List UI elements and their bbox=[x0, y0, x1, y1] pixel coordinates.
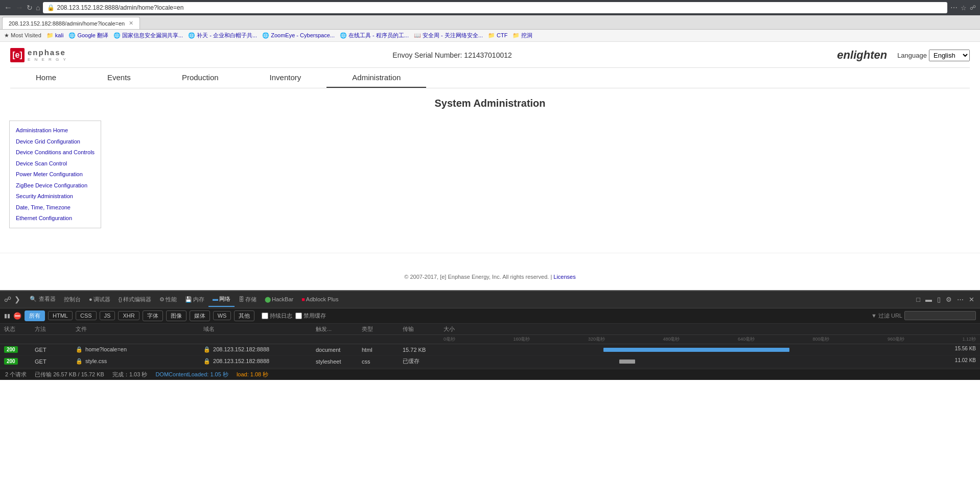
request-domain: 🔒 208.123.152.182:8888 bbox=[203, 346, 316, 353]
sidebar-link-device-conditions[interactable]: Device Conditions and Controls bbox=[16, 148, 95, 157]
devtools-tab-debugger[interactable]: ● 调试器 bbox=[85, 293, 114, 306]
sidebar-link-device-scan[interactable]: Device Scan Control bbox=[16, 159, 95, 168]
request-trigger: document bbox=[316, 347, 362, 353]
devtools-pause-icon[interactable]: ▮▮ bbox=[4, 313, 10, 319]
col-type: 类型 bbox=[362, 325, 403, 333]
devtools-console-icon[interactable]: ❯ bbox=[14, 295, 20, 303]
tab-title: 208.123.152.182:8888/admin/home?locale=e… bbox=[9, 20, 125, 27]
table-row[interactable]: 200 GET 🔒 home?locale=en 🔒 208.123.152.1… bbox=[0, 344, 980, 356]
language-label: Language bbox=[897, 52, 927, 59]
nav-production[interactable]: Production bbox=[156, 68, 244, 87]
language-selector: Language English Français Español Deutsc… bbox=[897, 50, 970, 61]
timeline-header: 0毫秒160毫秒320毫秒480毫秒640毫秒800毫秒960毫秒1.12秒 bbox=[0, 335, 980, 344]
nav-administration[interactable]: Administration bbox=[326, 68, 426, 88]
bookmarks-bar: ★ Most Visited 📁 kali 🌐 Google 翻译 🌐 国家信息… bbox=[0, 30, 980, 42]
status-badge: 200 bbox=[4, 346, 18, 353]
address-bar[interactable]: 🔒 208.123.152.182:8888/admin/home?locale… bbox=[43, 2, 947, 13]
reader-view[interactable]: ☍ bbox=[970, 4, 976, 11]
filter-media[interactable]: 媒体 bbox=[190, 310, 210, 321]
url-filter-input[interactable] bbox=[904, 311, 976, 320]
table-row[interactable]: 200 GET 🔒 style.css 🔒 208.123.152.182:88… bbox=[0, 356, 980, 368]
request-file: 🔒 home?locale=en bbox=[76, 346, 203, 353]
browser-chrome: ← → ↻ ⌂ 🔒 208.123.152.182:8888/admin/hom… bbox=[0, 0, 980, 15]
bookmark-nvd[interactable]: 🌐 国家信息安全漏洞共享... bbox=[113, 32, 183, 39]
bookmark-star[interactable]: ☆ bbox=[961, 4, 967, 12]
filter-all[interactable]: 所有 bbox=[25, 310, 45, 321]
devtools-tab-performance[interactable]: ⚙ 性能 bbox=[155, 293, 181, 306]
language-select[interactable]: English Français Español Deutsch bbox=[929, 50, 970, 61]
sidebar-link-device-grid[interactable]: Device Grid Configuration bbox=[16, 137, 95, 146]
logo-text-area: enphase E N E R G Y bbox=[28, 49, 67, 62]
devtools-tab-style-editor[interactable]: {} 样式编辑器 bbox=[114, 293, 155, 306]
sidebar-link-datetime[interactable]: Date, Time, Timezone bbox=[16, 203, 95, 212]
timeline-cell: 11.02 KB bbox=[444, 357, 976, 366]
devtools-split-icon[interactable]: ▯ bbox=[936, 296, 942, 303]
devtools-more-icon[interactable]: ⋯ bbox=[955, 296, 965, 303]
bookmark-kali[interactable]: 📁 kali bbox=[46, 32, 64, 39]
filter-js[interactable]: JS bbox=[100, 311, 115, 320]
devtools-tab-console[interactable]: 控制台 bbox=[60, 293, 85, 306]
site-header: [e] enphase E N E R G Y Envoy Serial Num… bbox=[0, 42, 980, 88]
nav-inventory[interactable]: Inventory bbox=[244, 68, 327, 87]
devtools-close-icon[interactable]: ✕ bbox=[967, 296, 976, 303]
request-type: html bbox=[362, 347, 403, 353]
devtools-tab-network[interactable]: ▬ 网络 bbox=[208, 292, 235, 307]
home-button[interactable]: ⌂ bbox=[36, 4, 40, 12]
back-button[interactable]: ← bbox=[4, 3, 12, 12]
bookmark-security[interactable]: 📖 安全周 - 关注网络安全... bbox=[414, 32, 483, 39]
filter-html[interactable]: HTML bbox=[48, 311, 73, 320]
filter-xhr[interactable]: XHR bbox=[118, 311, 139, 320]
sidebar-link-admin-home[interactable]: Administration Home bbox=[16, 126, 95, 135]
active-tab[interactable]: 208.123.152.182:8888/admin/home?locale=e… bbox=[2, 17, 140, 29]
devtools-table-header: 状态 方法 文件 域名 触发... 类型 传输 大小 bbox=[0, 324, 980, 335]
disable-cache-checkbox[interactable] bbox=[295, 313, 302, 319]
col-file: 文件 bbox=[76, 325, 203, 333]
devtools-settings-icon[interactable]: ⚙ bbox=[944, 296, 953, 303]
forward-button[interactable]: → bbox=[15, 3, 24, 12]
col-domain: 域名 bbox=[203, 325, 316, 333]
devtools-tab-storage[interactable]: 🗄 存储 bbox=[235, 293, 261, 306]
filter-images[interactable]: 图像 bbox=[166, 310, 186, 321]
timeline-bar-cached bbox=[619, 360, 635, 364]
filter-disable-cache[interactable]: 禁用缓存 bbox=[295, 312, 326, 320]
devtools-tab-hackbar[interactable]: ⬤ HackBar bbox=[261, 293, 297, 306]
bookmark-ctf[interactable]: 📁 CTF bbox=[488, 32, 507, 39]
devtools-tab-viewer[interactable]: 🔍 查看器 bbox=[26, 292, 60, 307]
nav-home[interactable]: Home bbox=[10, 68, 82, 87]
reload-button[interactable]: ↻ bbox=[27, 4, 33, 12]
filter-css[interactable]: CSS bbox=[76, 311, 97, 320]
sidebar-link-power-meter[interactable]: Power Meter Configuration bbox=[16, 170, 95, 179]
status-domcontentloaded: DOMContentLoaded: 1.05 秒 bbox=[155, 371, 228, 378]
filter-persist-log[interactable]: 持续日志 bbox=[262, 312, 292, 320]
bookmark-google[interactable]: 🌐 Google 翻译 bbox=[68, 32, 108, 39]
footer-text: © 2007-2017, [e] Enphase Energy, Inc. Al… bbox=[404, 274, 552, 280]
devtools-tab-adblock[interactable]: ■ Adblock Plus bbox=[297, 293, 342, 305]
tab-close-icon[interactable]: ✕ bbox=[129, 20, 133, 27]
sidebar-link-zigbee[interactable]: ZigBee Device Configuration bbox=[16, 181, 95, 190]
devtools-inspect-icon[interactable]: ☍ bbox=[4, 295, 11, 303]
bookmark-mining[interactable]: 📁 挖洞 bbox=[512, 32, 532, 39]
persist-log-checkbox[interactable] bbox=[262, 313, 268, 319]
nav-events[interactable]: Events bbox=[82, 68, 156, 87]
sidebar-link-security[interactable]: Security Administration bbox=[16, 192, 95, 201]
footer-licenses-link[interactable]: Licenses bbox=[553, 274, 575, 280]
sidebar-link-ethernet[interactable]: Ethernet Configuration bbox=[16, 214, 95, 223]
timeline-bar bbox=[603, 348, 790, 352]
bookmark-zoomeye[interactable]: 🌐 ZoomEye - Cyberspace... bbox=[262, 32, 335, 39]
more-options[interactable]: ⋯ bbox=[950, 4, 958, 12]
devtools-clear-icon[interactable]: ⛔ bbox=[13, 312, 21, 320]
devtools-undock-icon[interactable]: ▬ bbox=[924, 296, 934, 303]
filter-fonts[interactable]: 字体 bbox=[143, 310, 163, 321]
bookmark-tools[interactable]: 🌐 在线工具 - 程序员的工... bbox=[340, 32, 409, 39]
status-finished: 完成：1.03 秒 bbox=[112, 371, 147, 378]
bookmark-butian[interactable]: 🌐 补天 - 企业和白帽子共... bbox=[188, 32, 257, 39]
filter-other[interactable]: 其他 bbox=[234, 310, 254, 321]
page-content: [e] enphase E N E R G Y Envoy Serial Num… bbox=[0, 42, 980, 290]
status-transferred: 已传输 26.57 KB / 15.72 KB bbox=[35, 371, 104, 378]
bookmark-most-visited[interactable]: ★ Most Visited bbox=[4, 32, 41, 39]
request-method: GET bbox=[35, 347, 76, 353]
filter-ws[interactable]: WS bbox=[213, 311, 231, 320]
enlighten-link[interactable]: enlighten bbox=[837, 49, 887, 62]
devtools-dock-icon[interactable]: □ bbox=[915, 296, 922, 303]
devtools-tab-memory[interactable]: 💾 内存 bbox=[181, 293, 208, 306]
